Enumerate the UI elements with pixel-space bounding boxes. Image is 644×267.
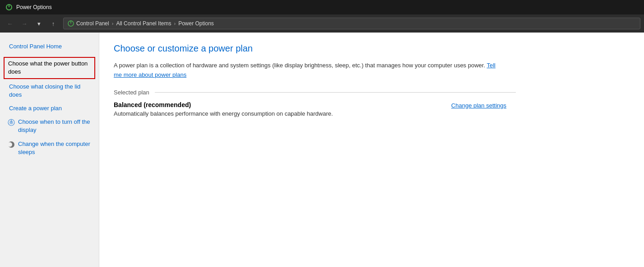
plan-info: Balanced (recommended) Automatically bal… xyxy=(114,101,333,117)
plan-description: Automatically balances performance with … xyxy=(114,110,333,117)
sidebar-item-create-plan[interactable]: Create a power plan xyxy=(0,102,99,115)
content-area: Choose or customize a power plan A power… xyxy=(99,33,644,267)
display-icon xyxy=(7,118,15,126)
window-title: Power Options xyxy=(16,4,52,10)
svg-point-8 xyxy=(8,142,12,147)
breadcrumb-allitems: All Control Panel Items xyxy=(116,20,171,27)
plan-row: Balanced (recommended) Automatically bal… xyxy=(114,101,506,117)
forward-button[interactable]: → xyxy=(18,17,31,30)
main-container: Control Panel Home Choose what the power… xyxy=(0,33,644,267)
plan-name: Balanced (recommended) xyxy=(114,101,333,108)
page-title: Choose or customize a power plan xyxy=(114,43,630,54)
selected-plan-label: Selected plan xyxy=(114,89,149,96)
sidebar: Control Panel Home Choose what the power… xyxy=(0,33,99,267)
breadcrumb-poweroptions: Power Options xyxy=(178,20,214,27)
sidebar-item-display-off-label: Choose when to turn off the display xyxy=(18,118,92,134)
sidebar-home[interactable]: Control Panel Home xyxy=(0,40,99,56)
address-bar-icon xyxy=(67,20,74,27)
dropdown-button[interactable]: ▾ xyxy=(32,17,45,30)
sidebar-item-display-off[interactable]: Choose when to turn off the display xyxy=(0,115,99,137)
breadcrumb-controlpanel: Control Panel xyxy=(76,20,109,27)
content-description: A power plan is a collection of hardware… xyxy=(114,61,502,80)
change-plan-settings-link[interactable]: Change plan settings xyxy=(451,101,506,109)
selected-plan-divider: Selected plan xyxy=(114,89,630,96)
sidebar-item-lid[interactable]: Choose what closing the lid does xyxy=(0,80,99,102)
sidebar-item-power-button[interactable]: Choose what the power button does xyxy=(4,57,95,79)
sidebar-item-sleep-label: Change when the computer sleeps xyxy=(18,140,92,156)
up-button[interactable]: ↑ xyxy=(47,17,60,30)
address-bar[interactable]: Control Panel › All Control Panel Items … xyxy=(63,18,640,29)
sidebar-item-sleep[interactable]: Change when the computer sleeps xyxy=(0,137,99,159)
title-bar: Power Options xyxy=(0,0,644,14)
app-icon xyxy=(5,4,13,11)
back-button[interactable]: ← xyxy=(4,17,16,30)
divider-line xyxy=(155,92,516,93)
toolbar: ← → ▾ ↑ Control Panel › All Control Pane… xyxy=(0,14,644,33)
sleep-icon xyxy=(7,141,15,149)
